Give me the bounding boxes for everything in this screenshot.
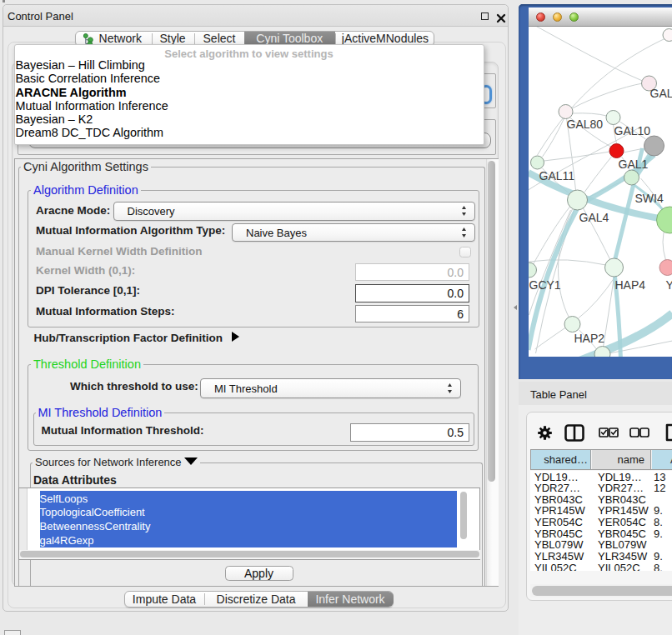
svg-text:GAL8: GAL8	[649, 87, 672, 100]
svg-text:GAL1: GAL1	[618, 158, 648, 171]
svg-text:SWI4: SWI4	[634, 192, 663, 205]
svg-text:Y: Y	[665, 278, 672, 292]
svg-text:GAL80: GAL80	[566, 118, 603, 131]
svg-text:GAL11: GAL11	[539, 169, 574, 182]
svg-text:HAP2: HAP2	[574, 332, 604, 345]
svg-text:GCY1: GCY1	[529, 278, 560, 292]
svg-text:GAL10: GAL10	[614, 124, 650, 138]
svg-text:HAP4: HAP4	[614, 278, 645, 292]
svg-text:GAL4: GAL4	[579, 211, 609, 224]
